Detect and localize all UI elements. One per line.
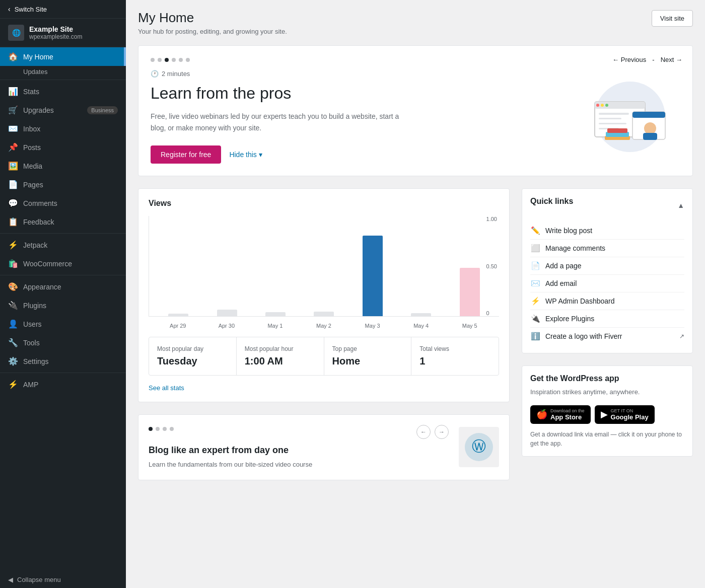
x-axis-label: May 1	[251, 323, 300, 329]
collapse-quick-links-icon[interactable]: ▲	[677, 201, 684, 209]
stat-cell: Most popular hour1:00 AM	[237, 337, 324, 375]
sidebar-item-tools[interactable]: 🔧 Tools	[0, 333, 126, 352]
blog-dot-3[interactable]	[163, 427, 167, 431]
dots-navigation	[151, 58, 680, 62]
sidebar-item-posts[interactable]: 📌 Posts	[0, 138, 126, 157]
hide-label: Hide this	[229, 151, 256, 159]
svg-rect-8	[599, 123, 626, 124]
quick-link-icon: 🔌	[530, 314, 540, 323]
quick-link-item[interactable]: ⬜ Manage comments	[530, 240, 684, 257]
blog-prev-button[interactable]: ←	[416, 425, 431, 439]
collapse-menu-button[interactable]: ◀ Collapse menu	[0, 571, 126, 588]
svg-rect-6	[599, 113, 629, 115]
google-play-badge[interactable]: ▶ GET IT ON Google Play	[595, 405, 655, 424]
sidebar-item-woocommerce[interactable]: 🛍️ WooCommerce	[0, 254, 126, 273]
dot-3[interactable]	[165, 58, 169, 62]
tools-icon: 🔧	[8, 338, 18, 347]
stat-value: Tuesday	[157, 355, 228, 367]
visit-site-button[interactable]: Visit site	[652, 10, 693, 27]
inbox-icon: ✉️	[8, 124, 18, 133]
nav-divider-4	[0, 373, 126, 373]
sidebar-item-stats[interactable]: 📊 Stats	[0, 82, 126, 101]
blog-dot-4[interactable]	[170, 427, 174, 431]
chart-bar	[363, 236, 383, 316]
promo-text: 🕐 2 minutes Learn from the pros Free, li…	[151, 70, 570, 164]
blog-card: ← → Blog like an expert from day one Lea…	[138, 414, 510, 480]
chevron-down-icon: ▾	[259, 151, 262, 159]
dot-5[interactable]	[179, 58, 183, 62]
sidebar-item-label: Feedback	[23, 218, 54, 226]
nav-divider-3	[0, 275, 126, 275]
stat-cell: Total views1	[411, 337, 499, 375]
svg-rect-13	[643, 133, 657, 140]
sidebar-item-label: Inbox	[23, 125, 40, 133]
sidebar-sub-updates[interactable]: Updates	[0, 66, 126, 78]
sidebar-item-amp[interactable]: ⚡ AMP	[0, 375, 126, 394]
sidebar-item-jetpack[interactable]: ⚡ Jetpack	[0, 236, 126, 254]
sidebar: ‹ Switch Site 🌐 Example Site wpexamplesi…	[0, 0, 126, 588]
y-axis-label: 0	[486, 310, 497, 316]
sidebar-item-my-home[interactable]: 🏠 My Home	[0, 47, 126, 66]
sidebar-item-comments[interactable]: 💬 Comments	[0, 194, 126, 212]
sidebar-item-pages[interactable]: 📄 Pages	[0, 175, 126, 194]
next-button[interactable]: Next →	[661, 56, 682, 63]
previous-button[interactable]: ← Previous	[612, 56, 646, 63]
blog-next-button[interactable]: →	[435, 425, 449, 439]
promo-card: ← Previous - Next → 🕐 2 minutes Learn fr…	[138, 45, 693, 176]
see-all-stats-link[interactable]: See all stats	[149, 384, 184, 392]
google-play-icon: ▶	[601, 409, 608, 420]
sidebar-item-appearance[interactable]: 🎨 Appearance	[0, 277, 126, 296]
sidebar-item-media[interactable]: 🖼️ Media	[0, 157, 126, 175]
svg-rect-7	[599, 118, 621, 119]
svg-point-3	[596, 104, 599, 107]
promo-description: Free, live video webinars led by our exp…	[151, 111, 402, 133]
sidebar-item-users[interactable]: 👤 Users	[0, 315, 126, 333]
switch-site-button[interactable]: ‹ Switch Site	[0, 0, 126, 19]
site-url: wpexamplesite.com	[29, 33, 82, 40]
hide-link[interactable]: Hide this ▾	[229, 151, 262, 159]
blog-dot-1[interactable]	[149, 427, 153, 431]
dot-6[interactable]	[186, 58, 190, 62]
quick-link-item[interactable]: 📄 Add a page	[530, 257, 684, 275]
quick-link-item[interactable]: ℹ️ Create a logo with Fiverr ↗	[530, 328, 684, 345]
wp-app-title: Get the WordPress app	[530, 374, 684, 383]
bar-group	[348, 236, 397, 316]
quick-link-label: Add a page	[545, 262, 582, 270]
quick-link-item[interactable]: ✏️ Write blog post	[530, 222, 684, 240]
sidebar-item-plugins[interactable]: 🔌 Plugins	[0, 296, 126, 315]
sidebar-item-upgrades[interactable]: 🛒 Upgrades Business	[0, 101, 126, 119]
svg-rect-11	[632, 112, 665, 118]
quick-link-label: Write blog post	[545, 227, 592, 235]
sidebar-item-feedback[interactable]: 📋 Feedback	[0, 212, 126, 231]
blog-dot-2[interactable]	[156, 427, 160, 431]
promo-time: 🕐 2 minutes	[151, 70, 570, 78]
chart-bar	[265, 312, 286, 316]
quick-link-icon: 📄	[530, 261, 540, 270]
dot-4[interactable]	[172, 58, 176, 62]
x-axis-label: Apr 29	[154, 323, 202, 329]
nav-divider	[0, 80, 126, 80]
svg-point-5	[605, 104, 608, 107]
y-axis-labels: 1.000.500	[484, 216, 499, 316]
promo-content: 🕐 2 minutes Learn from the pros Free, li…	[151, 70, 680, 164]
register-button[interactable]: Register for free	[151, 145, 221, 164]
quick-link-item[interactable]: ✉️ Add email	[530, 275, 684, 292]
dot-2[interactable]	[158, 58, 162, 62]
sidebar-item-inbox[interactable]: ✉️ Inbox	[0, 119, 126, 138]
sidebar-item-label: Jetpack	[23, 241, 47, 249]
app-store-badge[interactable]: 🍎 Download on the App Store	[530, 405, 591, 424]
google-play-sub: GET IT ON	[611, 408, 649, 413]
dot-1[interactable]	[151, 58, 155, 62]
quick-link-item[interactable]: 🔌 Explore Plugins	[530, 310, 684, 328]
sidebar-item-settings[interactable]: ⚙️ Settings	[0, 352, 126, 371]
sidebar-item-label: Stats	[23, 88, 39, 96]
settings-icon: ⚙️	[8, 356, 18, 366]
appearance-icon: 🎨	[8, 282, 18, 291]
quick-link-item[interactable]: ⚡ WP Admin Dashboard	[530, 292, 684, 310]
wp-app-description: Inspiration strikes anytime, anywhere.	[530, 387, 684, 397]
blog-card-nav: ← →	[416, 425, 449, 439]
quick-link-icon: ℹ️	[530, 332, 540, 341]
x-axis-label: May 2	[300, 323, 348, 329]
stat-cell: Top pageHome	[324, 337, 411, 375]
sidebar-item-label: Users	[23, 320, 42, 328]
